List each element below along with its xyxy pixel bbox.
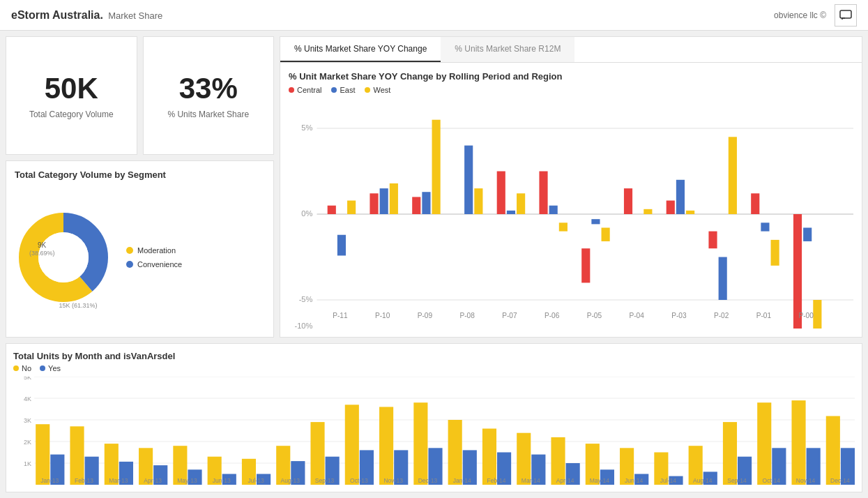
svg-rect-48 bbox=[813, 300, 821, 329]
east-label: East bbox=[340, 86, 355, 94]
svg-rect-16 bbox=[390, 183, 398, 214]
brand-name: eStorm Australia. bbox=[11, 9, 103, 21]
svg-rect-23 bbox=[497, 172, 505, 215]
donut-inner-label: 9K (38.69%) bbox=[29, 241, 55, 258]
legend-central: Central bbox=[289, 86, 321, 94]
svg-text:P-07: P-07 bbox=[502, 312, 517, 319]
svg-text:5K: 5K bbox=[24, 377, 31, 381]
no-label: No bbox=[22, 364, 31, 372]
header: eStorm Australia. Market Share obvience … bbox=[0, 0, 868, 31]
bottom-chart-svg: 5K 4K 3K 2K 1K bbox=[13, 377, 855, 485]
svg-text:Feb-14: Feb-14 bbox=[487, 477, 505, 484]
svg-text:Aug-13: Aug-13 bbox=[281, 477, 300, 484]
svg-text:P-06: P-06 bbox=[545, 312, 560, 319]
right-panel: % Units Market Share YOY Change % Units … bbox=[280, 36, 862, 338]
svg-rect-93 bbox=[413, 402, 427, 485]
svg-text:Jan-13: Jan-13 bbox=[40, 477, 59, 484]
svg-rect-71 bbox=[36, 424, 50, 485]
header-right: obvience llc © bbox=[774, 4, 857, 27]
yoy-bar-chart: 5% 0% -5% -10% bbox=[289, 100, 853, 329]
bottom-chart-area: 5K 4K 3K 2K 1K bbox=[13, 377, 855, 485]
kpi-market-share: 33% % Units Market Share bbox=[143, 36, 275, 155]
chat-button[interactable] bbox=[835, 4, 857, 27]
svg-text:Jun-13: Jun-13 bbox=[213, 477, 231, 484]
yoy-chart-svg: 5% 0% -5% -10% bbox=[289, 100, 853, 329]
segment-card: Total Category Volume by Segment 9K (3 bbox=[6, 160, 274, 338]
svg-text:Mar-13: Mar-13 bbox=[109, 477, 128, 484]
kpi1-label: Total Category Volume bbox=[29, 110, 114, 119]
svg-rect-26 bbox=[539, 172, 547, 215]
svg-rect-47 bbox=[803, 227, 812, 241]
svg-text:P-04: P-04 bbox=[629, 312, 644, 319]
svg-rect-32 bbox=[624, 188, 632, 214]
svg-rect-115 bbox=[791, 400, 805, 485]
legend-convenience: Convenience bbox=[126, 260, 182, 269]
svg-text:Apr-14: Apr-14 bbox=[556, 477, 574, 484]
svg-text:P-01: P-01 bbox=[756, 312, 772, 319]
svg-rect-91 bbox=[379, 407, 393, 485]
svg-text:P-10: P-10 bbox=[375, 312, 390, 319]
svg-text:1K: 1K bbox=[24, 460, 31, 467]
tab-r12m[interactable]: % Units Market Share R12M bbox=[441, 37, 574, 62]
svg-rect-12 bbox=[337, 235, 346, 256]
svg-rect-43 bbox=[771, 240, 779, 266]
moderation-dot bbox=[126, 247, 133, 254]
segment-content: 9K (38.69%) 15K (61.31%) Moderation Conv… bbox=[15, 186, 265, 329]
svg-rect-17 bbox=[412, 197, 420, 214]
svg-text:May-13: May-13 bbox=[177, 477, 197, 484]
svg-rect-19 bbox=[432, 120, 441, 214]
svg-text:Jul-13: Jul-13 bbox=[248, 477, 264, 484]
svg-rect-31 bbox=[602, 227, 610, 241]
top-row: 50K Total Category Volume 33% % Units Ma… bbox=[6, 36, 862, 338]
svg-rect-37 bbox=[686, 211, 694, 214]
svg-text:May-14: May-14 bbox=[590, 477, 610, 484]
svg-rect-113 bbox=[757, 402, 771, 485]
yes-label: Yes bbox=[48, 364, 61, 372]
svg-rect-117 bbox=[826, 416, 840, 485]
svg-text:P-08: P-08 bbox=[459, 312, 475, 319]
svg-rect-35 bbox=[667, 201, 675, 214]
tab-yoy[interactable]: % Units Market Share YOY Change bbox=[280, 37, 441, 62]
header-brand: eStorm Australia. Market Share bbox=[11, 9, 162, 22]
legend-yes: Yes bbox=[40, 364, 61, 372]
segment-legend: Moderation Convenience bbox=[126, 246, 182, 269]
donut-chart: 9K (38.69%) 15K (61.31%) bbox=[15, 209, 112, 306]
convenience-label: Convenience bbox=[137, 260, 182, 269]
svg-text:P-03: P-03 bbox=[671, 312, 687, 319]
svg-text:Oct-14: Oct-14 bbox=[762, 477, 780, 484]
svg-text:Jul-14: Jul-14 bbox=[660, 477, 677, 484]
left-panel: 50K Total Category Volume 33% % Units Ma… bbox=[6, 36, 274, 338]
bottom-chart-legend: No Yes bbox=[13, 364, 855, 372]
svg-text:Apr-13: Apr-13 bbox=[144, 477, 162, 484]
svg-text:P-11: P-11 bbox=[333, 312, 348, 319]
svg-rect-89 bbox=[345, 405, 359, 485]
kpi-total-volume: 50K Total Category Volume bbox=[6, 36, 137, 155]
svg-rect-22 bbox=[474, 188, 482, 214]
svg-rect-11 bbox=[328, 206, 336, 214]
svg-rect-29 bbox=[581, 248, 590, 282]
kpi2-value: 33% bbox=[179, 72, 238, 105]
svg-rect-27 bbox=[549, 206, 558, 214]
svg-rect-73 bbox=[70, 426, 84, 485]
header-subtitle: Market Share bbox=[108, 10, 162, 21]
svg-text:P-00: P-00 bbox=[798, 312, 814, 319]
svg-rect-39 bbox=[719, 257, 727, 301]
svg-rect-111 bbox=[723, 422, 737, 485]
svg-rect-36 bbox=[676, 180, 685, 214]
svg-rect-0 bbox=[840, 10, 851, 18]
svg-text:-10%: -10% bbox=[294, 322, 312, 329]
svg-text:Feb-13: Feb-13 bbox=[75, 477, 93, 484]
svg-rect-95 bbox=[448, 420, 462, 485]
east-dot bbox=[331, 87, 337, 93]
svg-text:4K: 4K bbox=[24, 395, 31, 402]
svg-text:3K: 3K bbox=[24, 417, 31, 424]
svg-rect-97 bbox=[482, 429, 496, 485]
yoy-chart-area: % Unit Market Share YOY Change by Rollin… bbox=[280, 63, 862, 337]
central-dot bbox=[289, 87, 294, 93]
west-dot bbox=[365, 87, 370, 93]
bottom-chart-panel: Total Units by Month and isVanArsdel No … bbox=[6, 343, 862, 492]
svg-text:Mar-14: Mar-14 bbox=[521, 477, 540, 484]
svg-rect-38 bbox=[708, 232, 717, 249]
svg-rect-34 bbox=[644, 209, 652, 214]
central-label: Central bbox=[297, 86, 321, 94]
